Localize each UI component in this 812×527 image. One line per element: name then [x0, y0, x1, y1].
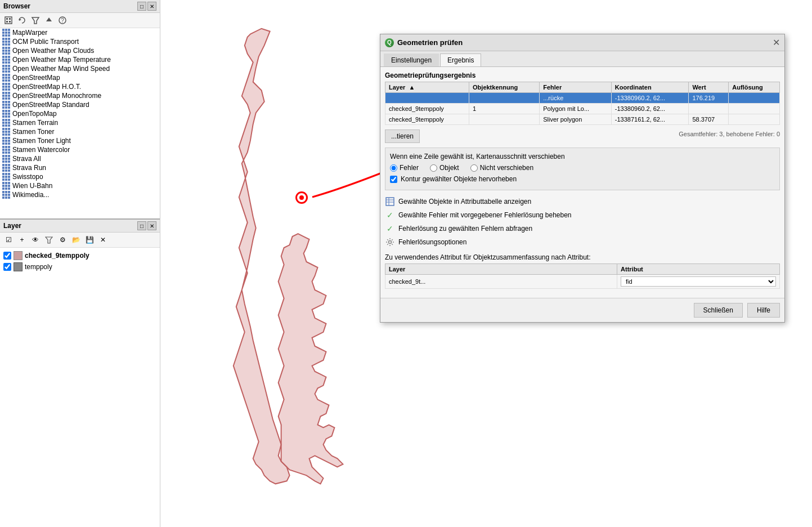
tab-einstellungen[interactable]: Einstellungen [384, 53, 439, 66]
browser-item-osm-standard[interactable]: OpenStreetMap Standard [0, 100, 160, 109]
svg-marker-7 [46, 17, 52, 21]
table-icon [385, 196, 395, 207]
option-row-0[interactable]: Gewählte Objekte in Attributtabelle anze… [385, 195, 780, 208]
browser-item-icon [2, 155, 10, 163]
browser-item-osm-mono[interactable]: OpenStreetMap Monochrome [0, 91, 160, 100]
layer-checkbox-temppoly[interactable] [3, 263, 11, 271]
cell-layer-2: checked_9temppoly [385, 104, 469, 114]
close-button[interactable]: Schließen [694, 303, 743, 318]
layer-filter-btn[interactable] [43, 234, 55, 246]
col-fehler[interactable]: Fehler [540, 82, 612, 93]
dialog-title-left: Q Geometrien prüfen [385, 38, 463, 47]
browser-item-otopo[interactable]: OpenTopoMap [0, 109, 160, 118]
browser-item-label: MapWarper [12, 29, 47, 37]
layer-eye-btn[interactable]: 👁 [29, 234, 42, 246]
option-row-3[interactable]: Fehlerlösungsoptionen [385, 235, 780, 249]
layer-close-btn[interactable]: ✕ [147, 221, 156, 230]
map-marker [295, 191, 308, 204]
browser-item-ocm[interactable]: OCM Public Transport [0, 37, 160, 46]
cell-wert-3: 58.3707 [689, 114, 729, 125]
radio-objekt[interactable]: Objekt [430, 164, 459, 172]
layer-toolbar: ☑ + 👁 ⚙ 📂 💾 ✕ [0, 233, 160, 248]
browser-refresh-btn[interactable] [16, 14, 28, 26]
attr-col-attribut: Attribut [617, 264, 780, 275]
browser-home-btn[interactable] [2, 14, 15, 26]
kontur-checkbox-item[interactable]: Kontur gewählter Objekte hervorheben [390, 175, 775, 183]
layer-open-btn[interactable]: 📂 [70, 234, 82, 246]
attr-row-1[interactable]: checked_9t... fid [385, 275, 780, 289]
layer-item-temppoly[interactable]: temppoly [2, 261, 158, 273]
browser-item-icon [2, 137, 10, 145]
browser-close-btn[interactable]: ✕ [147, 2, 156, 11]
layer-controls: □ ✕ [137, 221, 156, 230]
browser-up-btn[interactable] [43, 14, 55, 26]
table-footer: Gesamtfehler: 3, behobene Fehler: 0 [679, 131, 780, 137]
table-row-2[interactable]: checked_9temppoly 1 Polygon mit Lo... -1… [385, 104, 780, 114]
col-objektkennung[interactable]: Objektkennung [469, 82, 540, 93]
table-row-selected[interactable]: ...rücke -13380960.2, 62... 176.219 [385, 93, 780, 104]
cell-aufloesung-3 [729, 114, 780, 125]
browser-item-stamen-terrain[interactable]: Stamen Terrain [0, 118, 160, 127]
layer-item-checked9temppoly[interactable]: checked_9temppoly [2, 250, 158, 261]
browser-panel: Browser □ ✕ ? [0, 0, 160, 220]
cell-aufloesung-2 [729, 104, 780, 114]
radio-objekt-input[interactable] [430, 164, 437, 172]
browser-item-swisstopo[interactable]: Swisstopo [0, 172, 160, 181]
browser-item-osm-hot[interactable]: OpenStreetMap H.O.T. [0, 82, 160, 91]
layer-list: checked_9temppoly temppoly [0, 248, 160, 527]
layer-settings-btn[interactable]: ⚙ [56, 234, 69, 246]
svg-rect-4 [9, 21, 11, 23]
layer-add-btn[interactable]: + [16, 234, 28, 246]
option-row-2[interactable]: ✓ Fehlerlösung zu gewählten Fehlern abfr… [385, 222, 780, 235]
browser-item-strava-run[interactable]: Strava Run [0, 163, 160, 172]
browser-item-owm-clouds[interactable]: Open Weather Map Clouds [0, 46, 160, 55]
col-layer[interactable]: Layer ▲ [385, 82, 469, 93]
browser-item-osm[interactable]: OpenStreetMap [0, 73, 160, 82]
browser-item-label: Stamen Toner [12, 128, 55, 136]
radio-fehler[interactable]: Fehler [390, 164, 419, 172]
radio-fehler-input[interactable] [390, 164, 397, 172]
browser-item-stamen-toner[interactable]: Stamen Toner [0, 127, 160, 136]
tab-ergebnis[interactable]: Ergebnis [440, 53, 481, 66]
layer-remove-btn[interactable]: ✕ [97, 234, 109, 246]
move-title: Wenn eine Zeile gewählt ist, Kartenaussc… [390, 153, 775, 160]
help-button[interactable]: Hilfe [747, 303, 780, 318]
browser-item-label: OpenStreetMap Standard [12, 101, 89, 109]
browser-item-stamen-toner-light[interactable]: Stamen Toner Light [0, 136, 160, 145]
browser-item-wien-ubahn[interactable]: Wien U-Bahn [0, 181, 160, 190]
attr-section: Zu verwendendes Attribut für Objektzusam… [385, 253, 780, 289]
browser-item-wikimedia[interactable]: Wikimedia... [0, 190, 160, 199]
browser-item-strava-all[interactable]: Strava All [0, 154, 160, 163]
move-section: Wenn eine Zeile gewählt ist, Kartenaussc… [385, 148, 780, 190]
dialog-close-button[interactable]: ✕ [773, 37, 780, 48]
browser-help-btn[interactable]: ? [56, 14, 69, 26]
browser-item-label: OCM Public Transport [12, 38, 79, 46]
radio-nicht-input[interactable] [470, 164, 478, 172]
table-row-3[interactable]: checked_9temppoly Sliver polygon -133871… [385, 114, 780, 125]
action-button[interactable]: ...tieren [385, 129, 420, 143]
attr-dropdown[interactable]: fid [621, 276, 776, 287]
browser-item-mapwarper[interactable]: MapWarper [0, 28, 160, 37]
option-row-1[interactable]: ✓ Gewählte Fehler mit vorgegebener Fehle… [385, 208, 780, 222]
layer-checkbox-checked9temppoly[interactable] [3, 252, 11, 260]
kontur-label: Kontur gewählter Objekte hervorheben [401, 175, 517, 183]
browser-item-owm-wind[interactable]: Open Weather Map Wind Speed [0, 64, 160, 73]
browser-item-label: Open Weather Map Clouds [12, 47, 94, 55]
attr-col-layer: Layer [385, 264, 617, 275]
layer-save-btn[interactable]: 💾 [83, 234, 96, 246]
browser-item-label: Stamen Terrain [12, 119, 58, 127]
checkmark-2: ✓ [387, 224, 393, 233]
browser-item-owm-temp[interactable]: Open Weather Map Temperature [0, 55, 160, 64]
browser-controls: □ ✕ [137, 2, 156, 11]
browser-item-stamen-watercolor[interactable]: Stamen Watercolor [0, 145, 160, 154]
layer-minimize-btn[interactable]: □ [137, 221, 146, 230]
radio-nicht-verschieben[interactable]: Nicht verschieben [470, 164, 533, 172]
radio-objekt-label: Objekt [439, 164, 459, 172]
layer-toggle-btn[interactable]: ☑ [2, 234, 15, 246]
col-wert[interactable]: Wert [689, 82, 729, 93]
kontur-checkbox[interactable] [390, 176, 397, 183]
col-aufloesung[interactable]: Auflösung [729, 82, 780, 93]
browser-minimize-btn[interactable]: □ [137, 2, 146, 11]
browser-filter-btn[interactable] [29, 14, 42, 26]
col-koordinaten[interactable]: Koordinaten [611, 82, 689, 93]
